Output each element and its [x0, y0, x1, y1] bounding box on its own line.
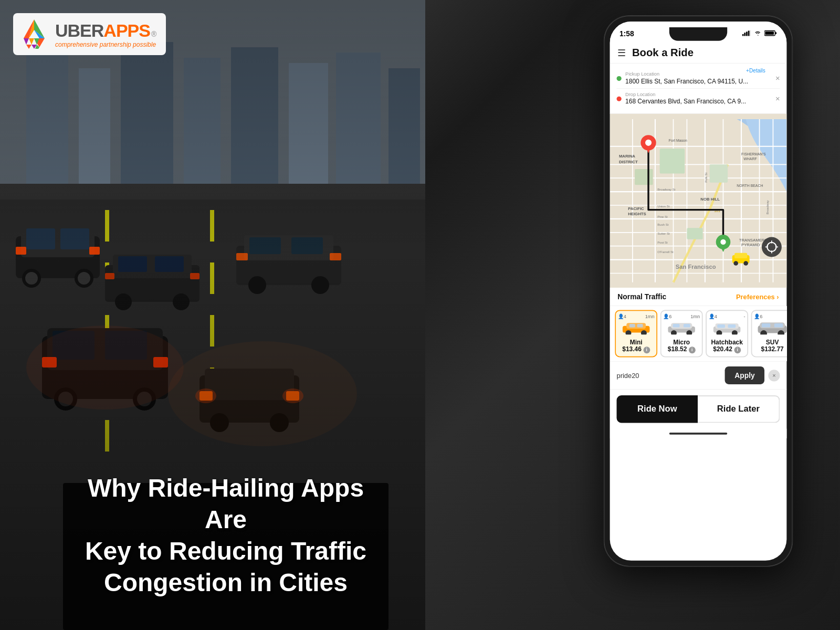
headline-line2: Key to Reducing Traffic	[85, 537, 366, 565]
ride-card-mini-header: 👤4 1mn	[617, 314, 654, 319]
logo-icon	[18, 18, 50, 50]
svg-point-137	[720, 239, 726, 245]
phone-device: 1:58	[604, 16, 793, 566]
svg-marker-74	[26, 45, 32, 49]
traffic-bar: Normal Traffic Preferences ›	[610, 288, 787, 306]
micro-price: $18.52 i	[663, 345, 700, 353]
details-link[interactable]: +Details	[746, 67, 765, 73]
ride-card-mini[interactable]: 👤4 1mn Mini $13.46 i	[615, 310, 657, 357]
micro-car-icon	[666, 321, 697, 334]
mini-car-icon	[621, 321, 652, 334]
signal-icon	[742, 30, 751, 36]
svg-rect-78	[744, 33, 746, 36]
wifi-icon	[754, 30, 762, 36]
promo-close-button[interactable]: ×	[768, 370, 780, 381]
suv-price: $132.77	[754, 345, 787, 353]
ride-card-hatchback-header: 👤4 -	[708, 314, 745, 319]
svg-rect-83	[775, 32, 776, 34]
svg-text:FISHERMAN'S: FISHERMAN'S	[741, 152, 766, 156]
svg-rect-107	[660, 149, 685, 173]
hatchback-car-icon	[711, 321, 742, 334]
svg-text:Fort Mason: Fort Mason	[669, 139, 687, 142]
hatchback-time: -	[743, 314, 745, 319]
svg-rect-153	[629, 324, 635, 327]
mini-price: $13.46 i	[617, 345, 654, 353]
preferences-button[interactable]: Preferences ›	[736, 293, 779, 301]
svg-marker-70	[29, 38, 34, 45]
svg-point-147	[733, 261, 738, 266]
svg-text:WHARF: WHARF	[743, 157, 757, 161]
svg-point-148	[743, 261, 748, 266]
promo-input[interactable]	[617, 372, 721, 380]
svg-marker-69	[24, 38, 29, 45]
svg-rect-109	[687, 228, 702, 239]
ride-now-button[interactable]: Ride Now	[617, 395, 698, 423]
svg-rect-79	[746, 32, 748, 36]
pickup-row: Pickup Location 1800 Ellis St, San Franc…	[617, 68, 780, 88]
svg-rect-165	[717, 324, 725, 328]
pickup-value: 1800 Ellis St, San Francisco, CA 94115, …	[625, 78, 748, 85]
svg-rect-84	[765, 32, 774, 35]
svg-text:Union St: Union St	[657, 205, 669, 208]
svg-text:Bush St: Bush St	[657, 223, 668, 226]
ride-card-suv-header: 👤6	[754, 314, 787, 319]
svg-rect-154	[637, 324, 643, 327]
ride-card-micro[interactable]: 👤6 1mn Micro $18.52 i	[660, 310, 702, 357]
svg-text:O'Farrell St: O'Farrell St	[657, 250, 674, 254]
suv-car-icon	[757, 321, 786, 334]
svg-rect-166	[728, 324, 736, 328]
status-icons	[742, 30, 777, 37]
micro-type: Micro	[663, 339, 700, 346]
svg-text:HEIGHTS: HEIGHTS	[628, 212, 646, 216]
svg-rect-80	[748, 31, 750, 36]
location-inputs: Pickup Location 1800 Ellis St, San Franc…	[610, 64, 787, 114]
svg-rect-110	[710, 164, 728, 183]
suv-type: SUV	[754, 339, 787, 346]
dropoff-row: Drop Location 168 Cervantes Blvd, San Fr…	[617, 88, 780, 109]
ride-card-hatchback[interactable]: 👤4 - Hatchback $20.42 i	[706, 310, 748, 357]
svg-rect-159	[673, 324, 679, 327]
svg-point-135	[645, 140, 652, 146]
ride-card-suv[interactable]: 👤6 SUV $132.77	[751, 310, 786, 357]
dropoff-close[interactable]: ×	[775, 94, 780, 103]
hamburger-icon[interactable]: ☰	[617, 47, 626, 59]
svg-text:PYRAMID: PYRAMID	[741, 243, 760, 247]
svg-text:Post St: Post St	[657, 241, 668, 244]
svg-rect-172	[774, 323, 783, 327]
pickup-text-block: Pickup Location 1800 Ellis St, San Franc…	[625, 71, 771, 86]
pickup-close[interactable]: ×	[775, 74, 780, 83]
svg-rect-108	[635, 169, 653, 185]
svg-text:PACIFIC: PACIFIC	[628, 206, 644, 211]
svg-text:MARINA: MARINA	[619, 154, 635, 159]
ride-later-button[interactable]: Ride Later	[698, 395, 780, 423]
app-title: Book a Ride	[632, 47, 694, 59]
apply-button[interactable]: Apply	[725, 366, 764, 384]
svg-text:Broadway St: Broadway St	[657, 188, 676, 191]
micro-seats: 👤6	[663, 314, 671, 319]
mini-type: Mini	[617, 339, 654, 346]
phone-notch	[669, 27, 727, 41]
svg-rect-160	[683, 324, 690, 327]
svg-text:Broadway: Broadway	[766, 200, 769, 214]
suv-seats: 👤6	[754, 314, 762, 319]
preferences-label: Preferences	[736, 293, 775, 301]
app-header: ☰ Book a Ride	[610, 43, 787, 64]
preferences-chevron: ›	[776, 293, 779, 301]
traffic-label: Normal Traffic	[617, 292, 666, 301]
svg-rect-77	[742, 34, 744, 36]
headline-section: Why Ride-Hailing Apps Are Key to Reducin…	[81, 472, 370, 598]
bottom-section: Normal Traffic Preferences › 👤4 1mn	[610, 288, 787, 438]
hatchback-price: $20.42 i	[708, 345, 745, 353]
home-indicator	[610, 429, 787, 438]
mini-time: 1mn	[645, 314, 654, 319]
ride-card-micro-header: 👤6 1mn	[663, 314, 700, 319]
logo-text: UBER APPS ® comprehensive partnership po…	[55, 20, 156, 48]
svg-text:NORTH BEACH: NORTH BEACH	[737, 184, 763, 187]
svg-point-139	[762, 237, 782, 257]
action-buttons: Ride Now Ride Later	[610, 390, 787, 429]
svg-text:Pine St: Pine St	[657, 215, 668, 218]
phone-container: 1:58	[588, 10, 808, 620]
svg-rect-171	[762, 323, 771, 327]
svg-text:DISTRICT: DISTRICT	[619, 160, 638, 164]
svg-text:Polk St: Polk St	[705, 172, 708, 182]
